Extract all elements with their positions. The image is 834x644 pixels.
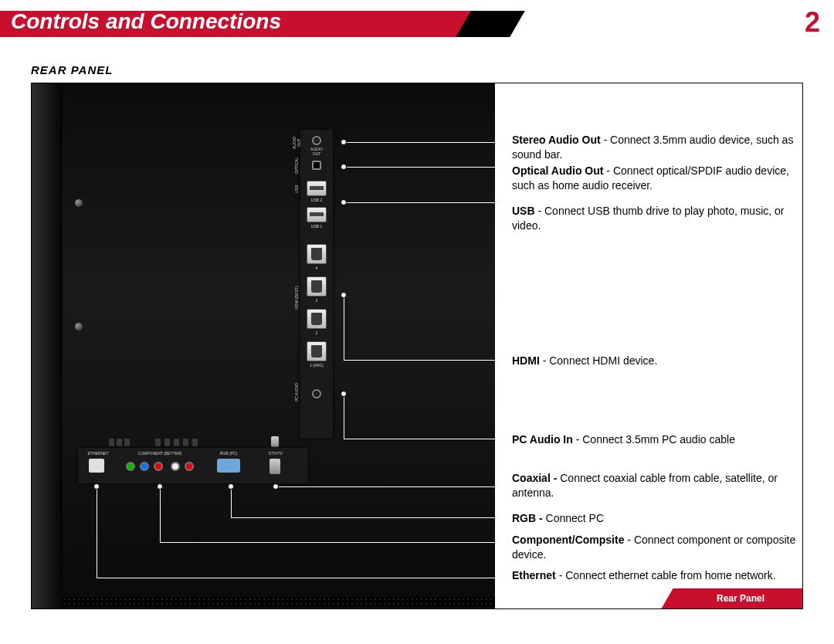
hdmi1-port [307, 341, 327, 361]
rca-white [171, 462, 180, 471]
callout-dot [228, 483, 234, 490]
component-label: COMPONENT (BETTER) [121, 451, 198, 456]
section-title: REAR PANEL [31, 63, 803, 76]
ethernet-port [89, 459, 104, 473]
usb1-port [307, 207, 327, 222]
rca-green [126, 462, 135, 471]
rca-red [154, 462, 163, 471]
callout-dot [273, 483, 279, 490]
callout-dot [157, 483, 163, 490]
callout-line [231, 517, 495, 518]
horizontal-port-strip: ETHERNET COMPONENT (BETTER) RGB (PC) DTV… [78, 448, 308, 483]
hdmi3-label: 3 [305, 298, 328, 303]
hdmi2-label: 2 [305, 330, 328, 335]
hdmi4-label: 4 [305, 266, 328, 270]
callout-dot [341, 199, 347, 205]
callout-line [97, 490, 97, 578]
rca-red2 [185, 462, 194, 471]
tv-body: AUDIO OUT AUDIOOUT OPTICAL USB USB 2 USB… [32, 83, 495, 609]
callout-dot [341, 164, 347, 170]
screw-icon [75, 323, 83, 330]
desc-stereo: Stereo Audio Out - Connect 3.5mm audio d… [512, 133, 802, 162]
callout-dot [341, 391, 347, 397]
header-title: Controls and Connections [11, 9, 281, 34]
desc-pcaudio: PC Audio In - Connect 3.5mm PC audio cab… [512, 432, 802, 447]
page-header: Controls and Connections 2 [0, 0, 834, 37]
callout-line [344, 360, 495, 361]
content-area: REAR PANEL AUDIO OUT AUDIOOUT OPTICAL US… [0, 63, 834, 609]
callout-line [347, 142, 495, 143]
optical-label: OPTICAL [293, 158, 300, 173]
desc-rgb: RGB - Connect PC [512, 511, 802, 526]
stereo-jack-port [312, 136, 321, 145]
callout-line [160, 490, 161, 542]
usb2-label: USB 2 [305, 198, 328, 202]
callout-line [347, 202, 495, 203]
usb-label: USB [293, 179, 300, 199]
hdmi3-port [307, 276, 327, 297]
desc-comp: Component/Compsite - Connect component o… [512, 533, 802, 562]
chapter-number: 2 [805, 6, 820, 39]
hdmi2-port [307, 309, 327, 329]
callout-dot [341, 139, 347, 145]
dtv-label: DTV/TV [260, 451, 291, 456]
callout-line [160, 542, 495, 543]
callout-dot [93, 483, 100, 490]
rgb-label: RGB (PC) [209, 451, 248, 456]
callout-line [344, 439, 495, 439]
top-nubs [78, 439, 308, 448]
callout-dot [341, 292, 347, 298]
rca-blue [140, 462, 149, 471]
screw-icon [75, 199, 83, 207]
ethernet-label: ETHERNET [83, 451, 114, 456]
pc-audio-label: PC AUDIO [293, 377, 300, 408]
pc-audio-port [312, 389, 321, 398]
callout-line [344, 295, 344, 360]
callout-line [344, 397, 344, 439]
callout-line [231, 490, 232, 517]
audio-out-label: AUDIO OUT [293, 133, 300, 153]
desc-hdmi: HDMI - Connect HDMI device. [512, 354, 802, 368]
tv-edge [32, 83, 63, 609]
hdmi1-arc-label: 1 (ARC) [305, 363, 328, 368]
usb2-port [307, 181, 327, 196]
rear-panel-figure: AUDIO OUT AUDIOOUT OPTICAL USB USB 2 USB… [31, 83, 803, 609]
callout-line [97, 578, 495, 578]
desc-eth: Ethernet - Connect ethernet cable from h… [512, 568, 802, 583]
usb1-label: USB 1 [305, 224, 328, 229]
vertical-port-strip: AUDIO OUT AUDIOOUT OPTICAL USB USB 2 USB… [300, 130, 333, 439]
page-number: 6 [0, 593, 834, 605]
callout-line [347, 167, 495, 168]
callout-line [276, 486, 495, 487]
optical-port [312, 161, 321, 170]
audio-out-sublabel: AUDIOOUT [305, 147, 328, 156]
description-column: Stereo Audio Out - Connect 3.5mm audio d… [512, 83, 802, 608]
hdmi-best-label: HDMI (BEST) [293, 270, 300, 326]
hdmi4-port [307, 244, 327, 264]
desc-coax: Coaxial - Connect coaxial cable from cab… [512, 471, 802, 500]
desc-usb: USB - Connect USB thumb drive to play ph… [512, 204, 802, 233]
vga-port [217, 459, 240, 473]
coax-port [270, 459, 280, 474]
desc-optical: Optical Audio Out - Connect optical/SPDI… [512, 164, 802, 193]
